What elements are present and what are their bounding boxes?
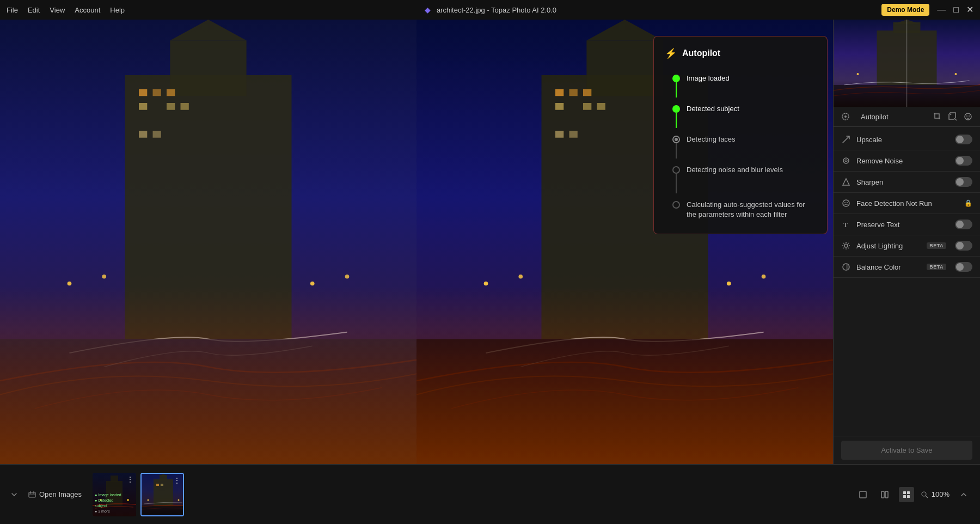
svg-line-60 bbox=[848, 248, 849, 249]
sharpen-toggle[interactable] bbox=[955, 177, 972, 187]
face-tool-icon[interactable] bbox=[963, 111, 973, 122]
image-left bbox=[0, 20, 416, 464]
filter-name-sharpen: Sharpen bbox=[856, 178, 950, 186]
filter-item-upscale[interactable]: Upscale bbox=[834, 129, 980, 150]
svg-point-39 bbox=[857, 73, 859, 75]
autopilot-title: Autopilot bbox=[682, 48, 720, 58]
thumbnail-2-more-icon[interactable]: ⋮ bbox=[173, 476, 181, 485]
svg-rect-8 bbox=[139, 103, 147, 110]
bottom-bar-left[interactable]: Open Images bbox=[9, 488, 86, 501]
split-horizontal-button[interactable] bbox=[877, 487, 892, 502]
adjust-lighting-icon bbox=[841, 241, 851, 251]
autopilot-panel: ⚡ Autopilot Image loaded bbox=[653, 36, 828, 234]
svg-rect-6 bbox=[153, 89, 161, 96]
bottom-bar: Open Images bbox=[0, 464, 980, 524]
menu-bar[interactable]: File Edit View Account Help bbox=[7, 6, 125, 14]
sharpen-icon bbox=[841, 177, 851, 187]
zoom-control[interactable]: 100% bbox=[921, 490, 950, 498]
filter-item-preserve-text[interactable]: T Preserve Text bbox=[834, 214, 980, 235]
upscale-toggle[interactable] bbox=[955, 135, 972, 144]
menu-help[interactable]: Help bbox=[110, 6, 125, 14]
bottom-thumbnails: ⋮ ● Image loaded ● Detected subject ● 3 … bbox=[93, 473, 849, 516]
menu-account[interactable]: Account bbox=[75, 6, 100, 14]
autopilot-mode-icon[interactable] bbox=[840, 111, 851, 122]
filter-name-preserve-text: Preserve Text bbox=[856, 221, 950, 229]
expand-tool-icon[interactable] bbox=[947, 111, 958, 122]
step-dot-subject bbox=[672, 105, 680, 113]
close-button[interactable]: ✕ bbox=[966, 5, 973, 14]
preserve-text-toggle[interactable] bbox=[955, 220, 972, 229]
thumbnail-image bbox=[834, 20, 980, 107]
svg-rect-79 bbox=[860, 491, 866, 498]
filter-name-remove-noise: Remove Noise bbox=[856, 157, 950, 165]
filter-list: Upscale Remove Noise bbox=[834, 127, 980, 436]
svg-rect-27 bbox=[597, 103, 605, 110]
balance-color-toggle[interactable] bbox=[955, 262, 972, 272]
open-images-button[interactable]: Open Images bbox=[24, 488, 86, 501]
chevron-up-button[interactable] bbox=[956, 487, 971, 502]
collapse-button[interactable] bbox=[9, 489, 20, 500]
svg-rect-10 bbox=[181, 103, 189, 110]
filter-item-adjust-lighting[interactable]: Adjust Lighting BETA bbox=[834, 235, 980, 257]
svg-rect-28 bbox=[555, 131, 564, 138]
autopilot-steps: Image loaded Detected subject bbox=[665, 70, 816, 223]
svg-rect-9 bbox=[167, 103, 175, 110]
step-dot-loaded bbox=[672, 75, 680, 82]
svg-rect-34 bbox=[416, 339, 833, 465]
svg-rect-5 bbox=[139, 89, 147, 96]
upscale-icon bbox=[841, 135, 851, 144]
thumbnail-item-2[interactable]: ⋮ bbox=[140, 473, 184, 516]
svg-rect-75 bbox=[161, 484, 163, 486]
menu-edit[interactable]: Edit bbox=[28, 6, 40, 14]
minimize-button[interactable]: — bbox=[937, 5, 946, 14]
svg-rect-17 bbox=[0, 339, 416, 465]
svg-point-48 bbox=[843, 158, 849, 163]
activate-btn-container[interactable]: Activate to Save bbox=[834, 436, 980, 464]
filter-item-face-detection[interactable]: Face Detection Not Run 🔒 bbox=[834, 193, 980, 214]
step-text-calc: Calculating auto-suggested values for th… bbox=[687, 200, 816, 220]
canvas-area: ⚡ Autopilot Image loaded bbox=[0, 20, 833, 464]
svg-rect-82 bbox=[903, 491, 906, 494]
maximize-button[interactable]: □ bbox=[953, 5, 959, 14]
filter-item-balance-color[interactable]: Balance Color BETA bbox=[834, 257, 980, 278]
svg-point-49 bbox=[845, 160, 847, 162]
svg-rect-11 bbox=[139, 131, 147, 138]
svg-point-69 bbox=[127, 499, 129, 501]
menu-file[interactable]: File bbox=[7, 6, 18, 14]
svg-line-59 bbox=[843, 243, 844, 244]
single-view-button[interactable] bbox=[855, 487, 871, 502]
svg-rect-81 bbox=[885, 491, 888, 498]
step-text-noise: Detecting noise and blur levels bbox=[687, 165, 783, 175]
menu-view[interactable]: View bbox=[50, 6, 65, 14]
crop-tool-icon[interactable] bbox=[932, 111, 943, 122]
adjust-lighting-toggle[interactable] bbox=[955, 241, 972, 251]
svg-line-61 bbox=[848, 243, 849, 244]
autopilot-lightning-icon: ⚡ bbox=[665, 47, 677, 59]
svg-rect-80 bbox=[881, 491, 884, 498]
filter-item-sharpen[interactable]: Sharpen bbox=[834, 172, 980, 193]
svg-rect-23 bbox=[569, 89, 578, 96]
activate-to-save-button[interactable]: Activate to Save bbox=[841, 441, 972, 460]
image-split-view: ⚡ Autopilot Image loaded bbox=[0, 20, 833, 464]
tools-bar-left[interactable]: Autopilot bbox=[840, 111, 892, 122]
thumbnail-1-more-icon[interactable]: ⋮ bbox=[126, 475, 134, 484]
svg-point-50 bbox=[843, 200, 849, 206]
titlebar-title: ◆ architect-22.jpg - Topaz Photo AI 2.0.… bbox=[424, 5, 556, 14]
filter-name-upscale: Upscale bbox=[856, 136, 950, 144]
face-detection-icon bbox=[841, 198, 851, 208]
autopilot-header: ⚡ Autopilot bbox=[665, 47, 816, 59]
grid-view-button[interactable] bbox=[899, 487, 914, 502]
bottom-bar-right[interactable]: 100% bbox=[855, 487, 971, 502]
titlebar-controls[interactable]: Demo Mode — □ ✕ bbox=[881, 4, 973, 16]
tools-bar-right[interactable] bbox=[932, 111, 973, 122]
filter-name-balance-color: Balance Color bbox=[856, 263, 921, 271]
svg-point-40 bbox=[955, 73, 957, 75]
svg-point-44 bbox=[844, 115, 847, 118]
app-logo-icon: ◆ bbox=[424, 5, 432, 14]
filter-item-remove-noise[interactable]: Remove Noise bbox=[834, 150, 980, 172]
step-dot-calc bbox=[672, 201, 680, 209]
demo-mode-button[interactable]: Demo Mode bbox=[881, 4, 929, 16]
remove-noise-toggle[interactable] bbox=[955, 156, 972, 166]
thumbnail-item-1[interactable]: ⋮ ● Image loaded ● Detected subject ● 3 … bbox=[93, 473, 136, 516]
svg-rect-12 bbox=[153, 131, 161, 138]
